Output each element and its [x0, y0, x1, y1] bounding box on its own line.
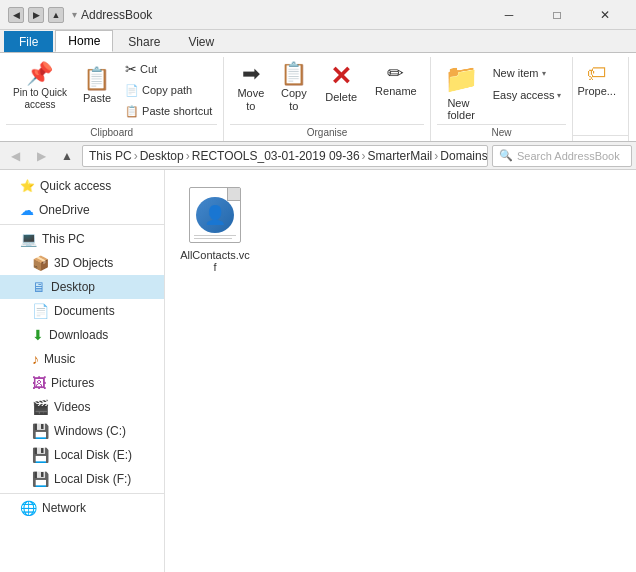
allcontacts-icon-container: 👤 — [185, 185, 245, 245]
sidebar-item-downloads[interactable]: ⬇ Downloads — [0, 323, 164, 347]
sep4: › — [434, 149, 438, 163]
window-controls: ─ □ ✕ — [486, 5, 628, 25]
organise-label: Organise — [230, 124, 423, 141]
local-disk-e-label: Local Disk (E:) — [54, 448, 132, 462]
this-pc-icon: 💻 — [20, 231, 37, 247]
sidebar-item-music[interactable]: ♪ Music — [0, 347, 164, 371]
path-desktop: Desktop — [140, 149, 184, 163]
organise-group: ➡ Move to 📋 Copy to ✕ Delete ✏ Rename Or… — [224, 57, 430, 141]
rename-label: Rename — [375, 85, 417, 98]
sidebar-item-3d-objects[interactable]: 📦 3D Objects — [0, 251, 164, 275]
file-area: 👤 AllContacts.vcf — [165, 170, 636, 572]
main-content: ⭐ Quick access ☁ OneDrive 💻 This PC 📦 3D… — [0, 170, 636, 572]
properties-label: Prope... — [577, 85, 616, 97]
sidebar-item-desktop[interactable]: 🖥 Desktop — [0, 275, 164, 299]
back-button[interactable]: ◀ — [4, 145, 26, 167]
sidebar-item-this-pc[interactable]: 💻 This PC — [0, 227, 164, 251]
file-allcontacts[interactable]: 👤 AllContacts.vcf — [175, 180, 255, 278]
sidebar-item-documents[interactable]: 📄 Documents — [0, 299, 164, 323]
new-folder-button[interactable]: 📁 New folder — [437, 59, 486, 124]
easy-access-button[interactable]: Easy access ▾ — [488, 85, 567, 105]
desktop-icon: 🖥 — [32, 279, 46, 295]
title-icon-back[interactable]: ◀ — [8, 7, 24, 23]
sidebar-item-videos[interactable]: 🎬 Videos — [0, 395, 164, 419]
this-pc-label: This PC — [42, 232, 85, 246]
pictures-icon: 🖼 — [32, 375, 46, 391]
delete-button[interactable]: ✕ Delete — [316, 59, 366, 107]
pin-icon: 📌 — [26, 63, 53, 85]
move-icon: ➡ — [242, 63, 260, 85]
sidebar-item-local-disk-e[interactable]: 💾 Local Disk (E:) — [0, 443, 164, 467]
path-domains: Domains — [440, 149, 487, 163]
sidebar-item-network[interactable]: 🌐 Network — [0, 496, 164, 520]
network-icon: 🌐 — [20, 500, 37, 516]
pin-to-quick-access-button[interactable]: 📌 Pin to Quick access — [6, 59, 74, 115]
copy-to-icon: 📋 — [280, 63, 307, 85]
new-item-button[interactable]: New item ▾ — [488, 63, 567, 83]
sidebar: ⭐ Quick access ☁ OneDrive 💻 This PC 📦 3D… — [0, 170, 165, 572]
vcf-person-icon: 👤 — [204, 206, 226, 224]
paste-shortcut-icon: 📋 — [125, 105, 139, 118]
downloads-icon: ⬇ — [32, 327, 44, 343]
music-label: Music — [44, 352, 75, 366]
sidebar-item-local-disk-f[interactable]: 💾 Local Disk (F:) — [0, 467, 164, 491]
properties-icon: 🏷 — [587, 62, 607, 85]
cut-button[interactable]: ✂ Cut — [120, 59, 217, 79]
tab-share[interactable]: Share — [115, 31, 173, 52]
close-button[interactable]: ✕ — [582, 5, 628, 25]
maximize-button[interactable]: □ — [534, 5, 580, 25]
local-disk-e-icon: 💾 — [32, 447, 49, 463]
title-icon-up[interactable]: ▲ — [48, 7, 64, 23]
tab-home[interactable]: Home — [55, 30, 113, 52]
properties-group-label — [573, 135, 628, 141]
videos-icon: 🎬 — [32, 399, 49, 415]
easy-access-arrow: ▾ — [557, 91, 561, 100]
sidebar-item-onedrive[interactable]: ☁ OneDrive — [0, 198, 164, 222]
sidebar-item-windows-c[interactable]: 💾 Windows (C:) — [0, 419, 164, 443]
new-small-col: New item ▾ Easy access ▾ — [488, 59, 567, 105]
quick-access-icon: ⭐ — [20, 179, 35, 193]
clipboard-label: Clipboard — [6, 124, 217, 141]
search-placeholder: Search AddressBook — [517, 150, 620, 162]
copy-path-icon: 📄 — [125, 84, 139, 97]
copy-paste-col: 📋 Paste — [76, 59, 118, 115]
address-path[interactable]: This PC › Desktop › RECTOOLS_03-01-2019 … — [82, 145, 488, 167]
pin-label: Pin to Quick access — [13, 87, 67, 111]
title-separator: ▾ — [72, 9, 77, 20]
new-item-arrow: ▾ — [542, 69, 546, 78]
3d-objects-icon: 📦 — [32, 255, 49, 271]
rename-icon: ✏ — [387, 63, 404, 83]
sidebar-separator-2 — [0, 493, 164, 494]
copy-to-button[interactable]: 📋 Copy to — [273, 59, 314, 117]
easy-access-label: Easy access — [493, 89, 555, 101]
path-smartermail: SmarterMail — [368, 149, 433, 163]
move-to-button[interactable]: ➡ Move to — [230, 59, 271, 117]
sidebar-item-quick-access[interactable]: ⭐ Quick access — [0, 174, 164, 198]
tab-view[interactable]: View — [175, 31, 227, 52]
forward-button[interactable]: ▶ — [30, 145, 52, 167]
new-folder-label: New folder — [447, 97, 475, 121]
cut-icon: ✂ — [125, 61, 137, 77]
paste-button[interactable]: 📋 Paste — [76, 59, 118, 115]
up-button[interactable]: ▲ — [56, 145, 78, 167]
tab-file[interactable]: File — [4, 31, 53, 52]
vcf-inner-icon: 👤 — [196, 197, 234, 233]
copy-path-button[interactable]: 📄 Copy path — [120, 80, 217, 100]
address-bar: ◀ ▶ ▲ This PC › Desktop › RECTOOLS_03-01… — [0, 142, 636, 170]
delete-icon: ✕ — [330, 63, 352, 89]
rename-button[interactable]: ✏ Rename — [368, 59, 424, 102]
paste-shortcut-button[interactable]: 📋 Paste shortcut — [120, 101, 217, 121]
sidebar-item-pictures[interactable]: 🖼 Pictures — [0, 371, 164, 395]
paste-shortcut-label: Paste shortcut — [142, 105, 212, 117]
delete-label: Delete — [325, 91, 357, 103]
title-bar: ◀ ▶ ▲ ▾ AddressBook ─ □ ✕ — [0, 0, 636, 30]
title-icon-forward[interactable]: ▶ — [28, 7, 44, 23]
quick-access-label: Quick access — [40, 179, 111, 193]
minimize-button[interactable]: ─ — [486, 5, 532, 25]
properties-button[interactable]: 🏷 Prope... — [573, 59, 620, 100]
window-title: AddressBook — [81, 8, 152, 22]
downloads-label: Downloads — [49, 328, 108, 342]
search-box[interactable]: 🔍 Search AddressBook — [492, 145, 632, 167]
onedrive-icon: ☁ — [20, 202, 34, 218]
network-label: Network — [42, 501, 86, 515]
